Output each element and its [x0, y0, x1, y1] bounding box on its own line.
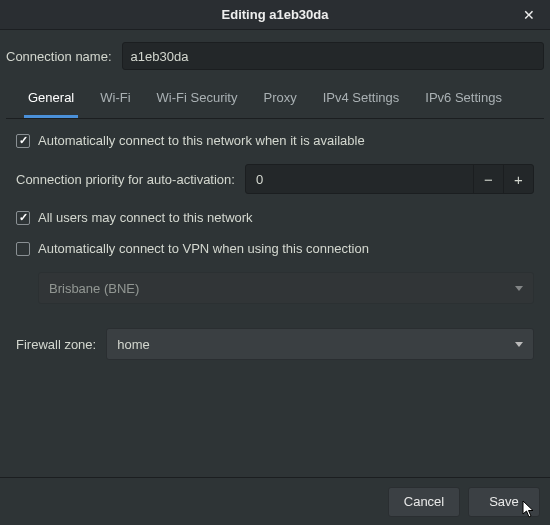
- chevron-down-icon: [515, 342, 523, 347]
- autoconnect-checkbox[interactable]: [16, 134, 30, 148]
- autovpn-label: Automatically connect to VPN when using …: [38, 241, 369, 256]
- priority-decrement-button[interactable]: −: [473, 165, 503, 193]
- autoconnect-label: Automatically connect to this network wh…: [38, 133, 365, 148]
- priority-row: Connection priority for auto-activation:…: [16, 164, 534, 194]
- vpn-select: Brisbane (BNE): [38, 272, 534, 304]
- tab-wifi[interactable]: Wi-Fi: [96, 82, 134, 118]
- tab-ipv4[interactable]: IPv4 Settings: [319, 82, 404, 118]
- connection-name-label: Connection name:: [6, 49, 112, 64]
- autovpn-checkbox[interactable]: [16, 242, 30, 256]
- tab-general[interactable]: General: [24, 82, 78, 118]
- priority-value: 0: [246, 172, 473, 187]
- chevron-down-icon: [515, 286, 523, 291]
- connection-name-input[interactable]: [122, 42, 544, 70]
- autovpn-row: Automatically connect to VPN when using …: [16, 241, 534, 256]
- vpn-select-value: Brisbane (BNE): [49, 281, 139, 296]
- firewall-zone-label: Firewall zone:: [16, 337, 96, 352]
- firewall-zone-value: home: [117, 337, 150, 352]
- save-button[interactable]: Save: [468, 487, 540, 517]
- firewall-zone-row: Firewall zone: home: [16, 328, 534, 360]
- allusers-row: All users may connect to this network: [16, 210, 534, 225]
- tab-ipv6[interactable]: IPv6 Settings: [421, 82, 506, 118]
- dialog-footer: Cancel Save: [0, 477, 550, 525]
- window-title: Editing a1eb30da: [222, 7, 329, 22]
- tab-wifi-security[interactable]: Wi-Fi Security: [153, 82, 242, 118]
- priority-spinbox[interactable]: 0 − +: [245, 164, 534, 194]
- firewall-zone-select[interactable]: home: [106, 328, 534, 360]
- cancel-button[interactable]: Cancel: [388, 487, 460, 517]
- tabs: General Wi-Fi Wi-Fi Security Proxy IPv4 …: [6, 82, 544, 119]
- close-icon[interactable]: ✕: [514, 0, 544, 29]
- tab-proxy[interactable]: Proxy: [259, 82, 300, 118]
- priority-increment-button[interactable]: +: [503, 165, 533, 193]
- titlebar: Editing a1eb30da ✕: [0, 0, 550, 30]
- tab-content-general: Automatically connect to this network wh…: [0, 119, 550, 477]
- allusers-label: All users may connect to this network: [38, 210, 253, 225]
- allusers-checkbox[interactable]: [16, 211, 30, 225]
- priority-label: Connection priority for auto-activation:: [16, 172, 235, 187]
- autoconnect-row: Automatically connect to this network wh…: [16, 133, 534, 148]
- connection-name-row: Connection name:: [0, 30, 550, 78]
